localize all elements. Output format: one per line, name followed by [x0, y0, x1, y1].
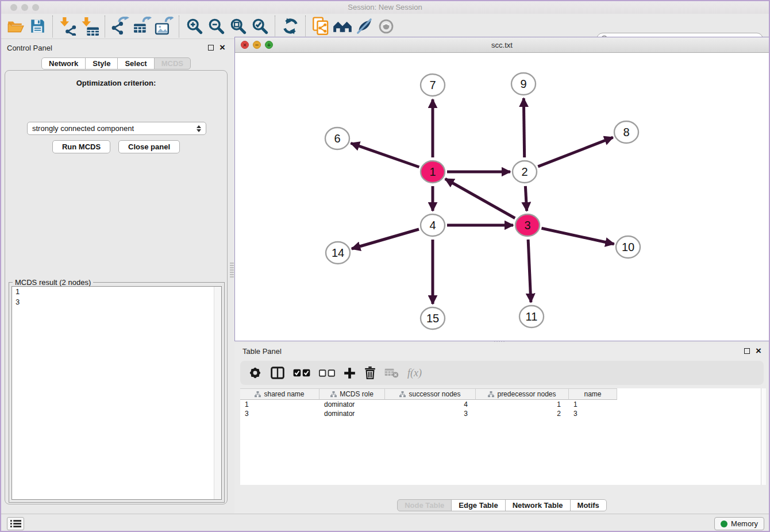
graph-node[interactable]: 15 — [421, 307, 445, 329]
mcds-result-title: MCDS result (2 nodes) — [13, 278, 93, 287]
select-all-rows-icon[interactable] — [293, 369, 310, 377]
import-table-icon[interactable] — [79, 16, 101, 37]
criterion-dropdown-value: strongly connected component — [32, 124, 197, 133]
float-table-panel-icon[interactable] — [744, 348, 750, 354]
show-task-history-button[interactable] — [7, 517, 24, 530]
export-image-icon[interactable] — [153, 16, 175, 37]
node-table-header[interactable]: shared nameMCDS rolesuccessor nodesprede… — [240, 388, 766, 400]
table-settings-gear-icon[interactable] — [248, 366, 262, 380]
column-tree-icon — [255, 391, 261, 398]
toolbar-separator — [105, 16, 105, 37]
export-network-icon[interactable] — [109, 16, 131, 37]
run-mcds-button[interactable]: Run MCDS — [52, 140, 110, 153]
tab-network-table[interactable]: Network Table — [505, 499, 571, 511]
zoom-selected-icon[interactable] — [249, 16, 271, 37]
svg-text:1: 1 — [429, 165, 436, 178]
column-header[interactable]: successor nodes — [385, 388, 476, 400]
copy-network-view-icon[interactable] — [310, 16, 332, 37]
graph-node[interactable]: 10 — [616, 236, 640, 258]
column-tree-icon — [488, 391, 494, 398]
zoom-fit-icon[interactable] — [227, 16, 249, 37]
mcds-result-list[interactable]: 13 — [11, 286, 222, 500]
create-column-icon[interactable] — [344, 367, 356, 379]
network-graph[interactable]: 7968124314101511 — [235, 53, 769, 341]
mcds-result-item[interactable]: 1 — [12, 287, 221, 297]
toolbar-separator — [305, 16, 306, 37]
delete-column-icon[interactable] — [364, 367, 376, 379]
memory-status-icon — [721, 521, 727, 527]
toolbar-separator — [275, 16, 275, 37]
table-scrollbar[interactable] — [761, 388, 766, 485]
window-close-icon[interactable]: × — [241, 41, 249, 49]
window-zoom-icon[interactable]: + — [265, 41, 273, 49]
graph-node[interactable]: 4 — [421, 214, 445, 236]
control-panel: Control Panel × Network Style Select MCD… — [1, 40, 231, 507]
table-panel-title: Table Panel — [242, 347, 282, 356]
graph-node[interactable]: 7 — [421, 74, 445, 96]
main-toolbar — [1, 14, 769, 39]
vertical-splitter-handle[interactable] — [230, 263, 234, 277]
column-tree-icon — [330, 391, 337, 398]
zoom-in-icon[interactable] — [183, 16, 205, 37]
network-window-title: scc.txt — [491, 41, 513, 49]
graph-node[interactable]: 11 — [519, 306, 544, 327]
column-header[interactable]: MCDS role — [319, 388, 385, 400]
svg-text:2: 2 — [521, 165, 528, 178]
graphics-details-icon[interactable] — [353, 16, 375, 37]
graph-edge — [352, 229, 419, 249]
memory-button[interactable]: Memory — [714, 517, 764, 530]
result-scrollbar[interactable] — [214, 287, 221, 499]
network-view-window: × − + scc.txt 7968124314101511 — [234, 37, 769, 341]
export-table-icon[interactable] — [131, 16, 153, 37]
column-header[interactable]: shared name — [240, 388, 319, 400]
column-header[interactable]: predecessor nodes — [476, 388, 569, 400]
graph-edge — [445, 179, 515, 218]
eye-icon[interactable] — [375, 16, 397, 37]
graph-node[interactable]: 2 — [513, 161, 537, 183]
tab-network[interactable]: Network — [41, 57, 86, 70]
close-table-panel-icon[interactable]: × — [756, 348, 761, 354]
svg-text:4: 4 — [429, 219, 436, 232]
save-session-icon[interactable] — [26, 16, 48, 37]
graph-node[interactable]: 3 — [515, 214, 540, 236]
network-canvas[interactable]: 7968124314101511 — [235, 53, 769, 341]
mcds-result-item[interactable]: 3 — [12, 297, 221, 307]
graph-edge — [538, 137, 613, 167]
tab-style[interactable]: Style — [85, 57, 118, 70]
import-network-icon[interactable] — [57, 16, 79, 37]
status-bar: Memory — [1, 514, 769, 532]
tab-node-table[interactable]: Node Table — [397, 499, 452, 511]
criterion-dropdown[interactable]: strongly connected component — [27, 122, 206, 135]
window-traffic-lights[interactable] — [10, 4, 39, 11]
float-panel-icon[interactable] — [208, 45, 214, 51]
close-panel-icon[interactable]: × — [220, 45, 225, 51]
tab-mcds[interactable]: MCDS — [154, 57, 191, 70]
tab-select[interactable]: Select — [117, 57, 154, 70]
deselect-all-rows-icon[interactable] — [319, 369, 335, 377]
zoom-out-icon[interactable] — [205, 16, 227, 37]
close-panel-button[interactable]: Close panel — [118, 140, 180, 153]
table-row[interactable]: 1dominator411 — [240, 400, 766, 409]
graph-node[interactable]: 1 — [421, 161, 445, 183]
graph-edge — [541, 228, 614, 244]
open-session-icon[interactable] — [5, 16, 26, 37]
tab-edge-table[interactable]: Edge Table — [451, 499, 505, 511]
graph-edge — [523, 98, 524, 157]
graph-node[interactable]: 14 — [326, 242, 350, 264]
svg-text:14: 14 — [332, 246, 344, 259]
show-columns-icon[interactable] — [271, 367, 284, 379]
refresh-icon[interactable] — [279, 16, 301, 37]
window-minimize-icon[interactable]: − — [253, 41, 261, 49]
home-icon[interactable] — [332, 16, 353, 37]
graph-node[interactable]: 6 — [325, 128, 349, 149]
graph-node[interactable]: 8 — [614, 121, 638, 143]
node-table[interactable]: shared nameMCDS rolesuccessor nodesprede… — [240, 388, 766, 485]
tab-motifs[interactable]: Motifs — [570, 499, 607, 511]
svg-text:10: 10 — [622, 241, 634, 253]
graph-node[interactable]: 9 — [511, 73, 536, 95]
network-window-titlebar[interactable]: × − + scc.txt — [235, 37, 769, 53]
delete-table-icon-disabled — [384, 368, 399, 378]
table-row[interactable]: 3dominator323 — [240, 409, 766, 418]
column-header[interactable]: name — [569, 388, 617, 400]
graph-edge — [525, 186, 526, 211]
